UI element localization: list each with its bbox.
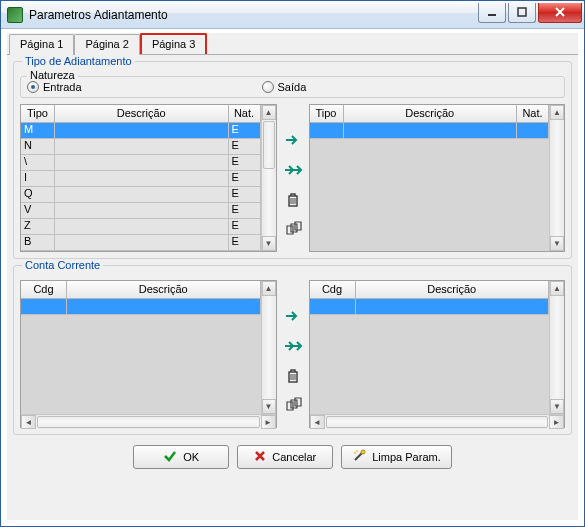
scrollbar-vertical[interactable]: ▲ ▼: [261, 105, 276, 251]
tab-pagina-3[interactable]: Página 3: [140, 33, 207, 54]
app-icon: [7, 7, 23, 23]
scroll-down-icon[interactable]: ▼: [262, 236, 276, 251]
tab-strip: Página 1 Página 2 Página 3: [7, 33, 578, 55]
scroll-up-icon[interactable]: ▲: [550, 105, 564, 120]
col-descricao[interactable]: Descrição: [344, 105, 518, 122]
scrollbar-vertical[interactable]: ▲ ▼: [261, 281, 276, 414]
tab-pagina-2[interactable]: Página 2: [74, 34, 139, 55]
app-window: Parametros Adiantamento Página 1 Página …: [0, 0, 585, 527]
tipo-transfer-buttons: [281, 104, 305, 252]
table-row[interactable]: BE: [21, 235, 261, 251]
tipo-left-grid[interactable]: Tipo Descrição Nat. MENE\EIEQEVEZEBE ▲ ▼: [20, 104, 277, 252]
client-area: Página 1 Página 2 Página 3 Tipo de Adian…: [7, 33, 578, 520]
tipo-right-pane: Tipo Descrição Nat. ▲: [309, 104, 566, 252]
tab-pagina-1[interactable]: Página 1: [9, 34, 74, 55]
col-descricao[interactable]: Descrição: [356, 281, 550, 298]
remove-one-button[interactable]: [283, 366, 303, 386]
scroll-down-icon[interactable]: ▼: [262, 399, 276, 414]
table-row[interactable]: [21, 299, 261, 315]
window-controls: [476, 3, 582, 23]
table-row[interactable]: [310, 123, 550, 139]
ok-button[interactable]: OK: [133, 445, 229, 469]
radio-saida-icon: [262, 81, 274, 93]
ok-label: OK: [183, 451, 199, 463]
col-tipo[interactable]: Tipo: [310, 105, 344, 122]
table-row[interactable]: VE: [21, 203, 261, 219]
table-row[interactable]: IE: [21, 171, 261, 187]
conta-right-header: Cdg Descrição: [310, 281, 550, 299]
svg-point-2: [361, 450, 365, 454]
dialog-buttons: OK Cancelar Limpa Param.: [7, 437, 578, 473]
scroll-thumb[interactable]: [37, 416, 260, 428]
table-row[interactable]: ME: [21, 123, 261, 139]
remove-all-button[interactable]: [283, 220, 303, 240]
table-row[interactable]: ZE: [21, 219, 261, 235]
table-row[interactable]: NE: [21, 139, 261, 155]
add-one-button[interactable]: [283, 130, 303, 150]
tipo-right-header: Tipo Descrição Nat.: [310, 105, 550, 123]
scrollbar-vertical[interactable]: ▲ ▼: [549, 281, 564, 414]
group-legend: Conta Corrente: [22, 259, 103, 271]
scroll-up-icon[interactable]: ▲: [550, 281, 564, 296]
add-all-button[interactable]: [283, 160, 303, 180]
scroll-right-icon[interactable]: ►: [549, 415, 564, 429]
radio-saida[interactable]: Saída: [262, 81, 307, 93]
group-conta-corrente: Conta Corrente Cdg Descrição: [13, 265, 572, 435]
titlebar: Parametros Adiantamento: [1, 1, 584, 29]
scroll-down-icon[interactable]: ▼: [550, 399, 564, 414]
conta-left-grid[interactable]: Cdg Descrição ▲: [20, 280, 277, 428]
svg-rect-1: [518, 8, 526, 16]
tipo-left-header: Tipo Descrição Nat.: [21, 105, 261, 123]
window-title: Parametros Adiantamento: [29, 8, 476, 22]
col-tipo[interactable]: Tipo: [21, 105, 55, 122]
scrollbar-horizontal[interactable]: ◄ ►: [310, 414, 565, 429]
scroll-left-icon[interactable]: ◄: [310, 415, 325, 429]
minimize-button[interactable]: [478, 3, 506, 23]
table-row[interactable]: [310, 299, 550, 315]
conta-left-header: Cdg Descrição: [21, 281, 261, 299]
scroll-up-icon[interactable]: ▲: [262, 281, 276, 296]
close-button[interactable]: [538, 3, 582, 23]
scrollbar-vertical[interactable]: ▲ ▼: [549, 105, 564, 251]
col-descricao[interactable]: Descrição: [67, 281, 261, 298]
tipo-right-grid[interactable]: Tipo Descrição Nat. ▲: [309, 104, 566, 252]
check-icon: [163, 449, 177, 465]
group-legend: Tipo de Adiantamento: [22, 55, 135, 67]
group-tipo-adiantamento: Tipo de Adiantamento Natureza Entrada Sa…: [13, 61, 572, 259]
col-nat[interactable]: Nat.: [517, 105, 549, 122]
conta-right-grid[interactable]: Cdg Descrição ▲: [309, 280, 566, 428]
conta-dual-list: Cdg Descrição ▲: [20, 280, 565, 428]
conta-transfer-buttons: [281, 280, 305, 428]
scroll-left-icon[interactable]: ◄: [21, 415, 36, 429]
scroll-thumb[interactable]: [326, 416, 549, 428]
remove-all-button[interactable]: [283, 396, 303, 416]
group-natureza: Natureza Entrada Saída: [20, 76, 565, 98]
limpa-label: Limpa Param.: [372, 451, 440, 463]
tipo-left-pane: Tipo Descrição Nat. MENE\EIEQEVEZEBE ▲ ▼: [20, 104, 277, 252]
maximize-button[interactable]: [508, 3, 536, 23]
remove-one-button[interactable]: [283, 190, 303, 210]
table-row[interactable]: \E: [21, 155, 261, 171]
limpa-param-button[interactable]: Limpa Param.: [341, 445, 451, 469]
cancel-button[interactable]: Cancelar: [237, 445, 333, 469]
conta-right-pane: Cdg Descrição ▲: [309, 280, 566, 428]
col-descricao[interactable]: Descrição: [55, 105, 229, 122]
scroll-right-icon[interactable]: ►: [261, 415, 276, 429]
radio-entrada-icon: [27, 81, 39, 93]
add-one-button[interactable]: [283, 306, 303, 326]
scroll-thumb[interactable]: [263, 121, 275, 169]
col-cdg[interactable]: Cdg: [21, 281, 67, 298]
radio-entrada[interactable]: Entrada: [27, 81, 82, 93]
scroll-down-icon[interactable]: ▼: [550, 236, 564, 251]
add-all-button[interactable]: [283, 336, 303, 356]
col-cdg[interactable]: Cdg: [310, 281, 356, 298]
col-nat[interactable]: Nat.: [229, 105, 261, 122]
cancel-label: Cancelar: [272, 451, 316, 463]
svg-rect-0: [488, 14, 496, 16]
scrollbar-horizontal[interactable]: ◄ ►: [21, 414, 276, 429]
radio-saida-label: Saída: [278, 81, 307, 93]
conta-left-pane: Cdg Descrição ▲: [20, 280, 277, 428]
table-row[interactable]: QE: [21, 187, 261, 203]
scroll-up-icon[interactable]: ▲: [262, 105, 276, 120]
tipo-dual-list: Tipo Descrição Nat. MENE\EIEQEVEZEBE ▲ ▼: [20, 104, 565, 252]
